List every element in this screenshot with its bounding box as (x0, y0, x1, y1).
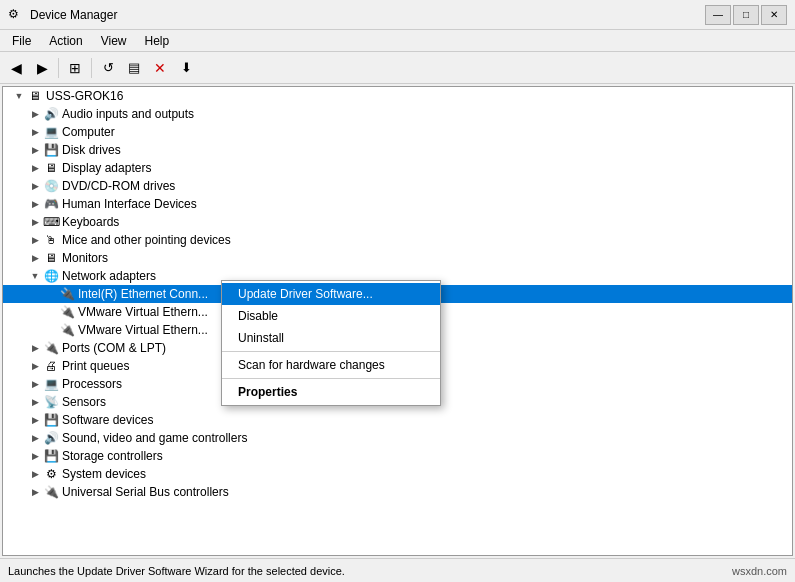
vmware2-icon: 🔌 (59, 322, 75, 338)
forward-button[interactable]: ▶ (30, 56, 54, 80)
network-toggle[interactable]: ▼ (27, 268, 43, 284)
mice-icon: 🖱 (43, 232, 59, 248)
hid-label: Human Interface Devices (62, 197, 197, 211)
ports-label: Ports (COM & LPT) (62, 341, 166, 355)
computer-icon: 🖥 (27, 88, 43, 104)
keyboards-icon: ⌨ (43, 214, 59, 230)
ctx-properties[interactable]: Properties (222, 381, 440, 403)
intel-icon: 🔌 (59, 286, 75, 302)
tree-item-system[interactable]: ▶ ⚙ System devices (3, 465, 792, 483)
tree-item-display[interactable]: ▶ 🖥 Display adapters (3, 159, 792, 177)
sound-label: Sound, video and game controllers (62, 431, 247, 445)
back-button[interactable]: ◀ (4, 56, 28, 80)
tree-item-keyboards[interactable]: ▶ ⌨ Keyboards (3, 213, 792, 231)
tree-item-mice[interactable]: ▶ 🖱 Mice and other pointing devices (3, 231, 792, 249)
keyboards-toggle[interactable]: ▶ (27, 214, 43, 230)
tree-item-usb[interactable]: ▶ 🔌 Universal Serial Bus controllers (3, 483, 792, 501)
usb-toggle[interactable]: ▶ (27, 484, 43, 500)
tree-item-software[interactable]: ▶ 💾 Software devices (3, 411, 792, 429)
software-label: Software devices (62, 413, 153, 427)
root-toggle[interactable]: ▼ (11, 88, 27, 104)
uninstall-button[interactable]: ✕ (148, 56, 172, 80)
system-icon: ⚙ (43, 466, 59, 482)
processors-toggle[interactable]: ▶ (27, 376, 43, 392)
app-icon: ⚙ (8, 7, 24, 23)
window-title: Device Manager (30, 8, 117, 22)
mice-label: Mice and other pointing devices (62, 233, 231, 247)
main-area: ▼ 🖥 USS-GROK16 ▶ 🔊 Audio inputs and outp… (0, 84, 795, 558)
maximize-button[interactable]: □ (733, 5, 759, 25)
tree-item-hid[interactable]: ▶ 🎮 Human Interface Devices (3, 195, 792, 213)
menu-file[interactable]: File (4, 32, 39, 50)
network-icon: 🌐 (43, 268, 59, 284)
disk-label: Disk drives (62, 143, 121, 157)
refresh-button[interactable]: ↺ (96, 56, 120, 80)
toolbar: ◀ ▶ ⊞ ↺ ▤ ✕ ⬇ (0, 52, 795, 84)
tree-item-dvd[interactable]: ▶ 💿 DVD/CD-ROM drives (3, 177, 792, 195)
ctx-scan[interactable]: Scan for hardware changes (222, 354, 440, 376)
scan-button[interactable]: ⬇ (174, 56, 198, 80)
title-bar: ⚙ Device Manager — □ ✕ (0, 0, 795, 30)
menu-help[interactable]: Help (137, 32, 178, 50)
monitors-label: Monitors (62, 251, 108, 265)
disk-icon: 💾 (43, 142, 59, 158)
storage-toggle[interactable]: ▶ (27, 448, 43, 464)
system-toggle[interactable]: ▶ (27, 466, 43, 482)
menu-view[interactable]: View (93, 32, 135, 50)
system-label: System devices (62, 467, 146, 481)
dvd-icon: 💿 (43, 178, 59, 194)
properties-button[interactable]: ⊞ (63, 56, 87, 80)
dvd-toggle[interactable]: ▶ (27, 178, 43, 194)
tree-item-sound[interactable]: ▶ 🔊 Sound, video and game controllers (3, 429, 792, 447)
tree-item-monitors[interactable]: ▶ 🖥 Monitors (3, 249, 792, 267)
vmware1-icon: 🔌 (59, 304, 75, 320)
monitors-icon: 🖥 (43, 250, 59, 266)
tree-item-storage[interactable]: ▶ 💾 Storage controllers (3, 447, 792, 465)
mice-toggle[interactable]: ▶ (27, 232, 43, 248)
computer-toggle[interactable]: ▶ (27, 124, 43, 140)
status-bar: Launches the Update Driver Software Wiza… (0, 558, 795, 582)
audio-icon: 🔊 (43, 106, 59, 122)
monitors-toggle[interactable]: ▶ (27, 250, 43, 266)
ports-toggle[interactable]: ▶ (27, 340, 43, 356)
print-toggle[interactable]: ▶ (27, 358, 43, 374)
minimize-button[interactable]: — (705, 5, 731, 25)
title-bar-left: ⚙ Device Manager (8, 7, 117, 23)
tree-item-disk[interactable]: ▶ 💾 Disk drives (3, 141, 792, 159)
ctx-update-driver[interactable]: Update Driver Software... (222, 283, 440, 305)
root-label: USS-GROK16 (46, 89, 123, 103)
network-label: Network adapters (62, 269, 156, 283)
toolbar-sep-2 (91, 58, 92, 78)
close-button[interactable]: ✕ (761, 5, 787, 25)
audio-toggle[interactable]: ▶ (27, 106, 43, 122)
ctx-disable[interactable]: Disable (222, 305, 440, 327)
processors-icon: 💻 (43, 376, 59, 392)
title-bar-controls: — □ ✕ (705, 5, 787, 25)
audio-label: Audio inputs and outputs (62, 107, 194, 121)
sound-icon: 🔊 (43, 430, 59, 446)
storage-icon: 💾 (43, 448, 59, 464)
print-icon: 🖨 (43, 358, 59, 374)
sensors-icon: 📡 (43, 394, 59, 410)
tree-item-computer[interactable]: ▶ 💻 Computer (3, 123, 792, 141)
sensors-label: Sensors (62, 395, 106, 409)
display-toggle[interactable]: ▶ (27, 160, 43, 176)
device-tree[interactable]: ▼ 🖥 USS-GROK16 ▶ 🔊 Audio inputs and outp… (2, 86, 793, 556)
menu-bar: File Action View Help (0, 30, 795, 52)
intel-label: Intel(R) Ethernet Conn... (78, 287, 208, 301)
sound-toggle[interactable]: ▶ (27, 430, 43, 446)
ctx-uninstall[interactable]: Uninstall (222, 327, 440, 349)
disk-toggle[interactable]: ▶ (27, 142, 43, 158)
hid-toggle[interactable]: ▶ (27, 196, 43, 212)
tree-item-audio[interactable]: ▶ 🔊 Audio inputs and outputs (3, 105, 792, 123)
software-icon: 💾 (43, 412, 59, 428)
vmware2-label: VMware Virtual Ethern... (78, 323, 208, 337)
software-toggle[interactable]: ▶ (27, 412, 43, 428)
update-driver-button[interactable]: ▤ (122, 56, 146, 80)
sensors-toggle[interactable]: ▶ (27, 394, 43, 410)
hid-icon: 🎮 (43, 196, 59, 212)
ports-icon: 🔌 (43, 340, 59, 356)
menu-action[interactable]: Action (41, 32, 90, 50)
tree-root[interactable]: ▼ 🖥 USS-GROK16 (3, 87, 792, 105)
dvd-label: DVD/CD-ROM drives (62, 179, 175, 193)
